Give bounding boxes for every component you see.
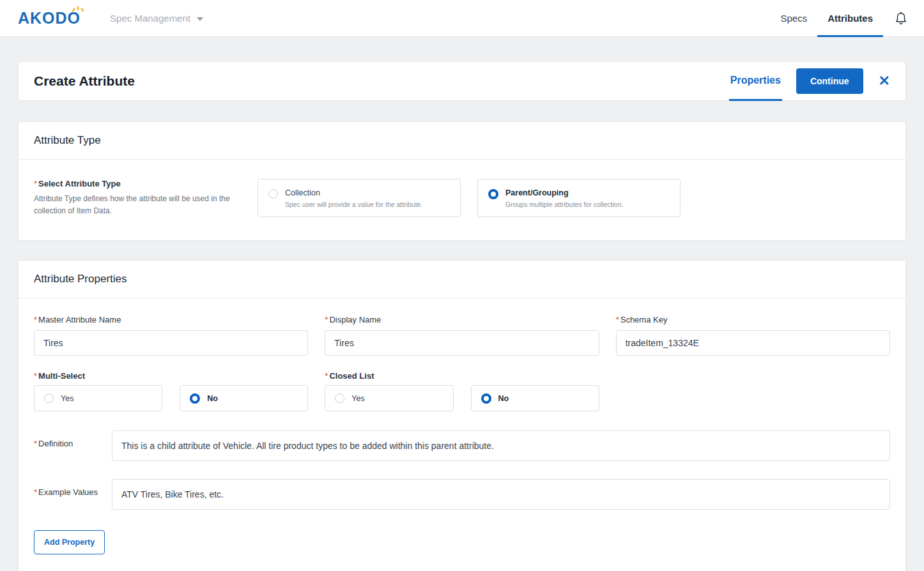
select-attribute-type-label-block: *Select Attribute Type Attribute Type de… [34,179,232,217]
definition-label: *Definition [34,430,112,461]
create-attribute-header: Create Attribute Properties Continue ✕ [18,61,906,101]
option-parent-grouping-description: Groups multiple attributes for collectio… [505,201,623,208]
display-name-label: *Display Name [325,315,599,324]
closed-list-yes-label: Yes [351,394,364,403]
attribute-type-title: Attribute Type [19,122,905,160]
text-fields-row: *Master Attribute Name *Display Name *Sc… [34,315,890,356]
select-attribute-type-description: Attribute Type defines how the attribute… [34,193,232,217]
attribute-properties-section: Attribute Properties *Master Attribute N… [18,260,906,571]
example-values-input[interactable] [112,479,890,510]
notifications-button[interactable] [883,0,907,37]
top-navbar: AKODO Spec Management Specs Attributes [0,0,924,37]
attribute-type-body: *Select Attribute Type Attribute Type de… [19,160,905,240]
add-property-button[interactable]: Add Property [34,530,105,554]
option-parent-grouping[interactable]: Parent/Grouping Groups multiple attribut… [477,179,681,217]
spec-management-dropdown[interactable]: Spec Management [110,13,203,24]
option-collection-label: Collection [285,188,422,197]
multi-select-no-label: No [207,394,218,403]
definition-field: *Definition [34,430,890,461]
multi-select-label: *Multi-Select [34,371,308,381]
schema-key-label: *Schema Key [616,315,890,324]
attribute-properties-body: *Master Attribute Name *Display Name *Sc… [19,298,905,571]
closed-list-no-label: No [498,394,509,403]
tab-properties[interactable]: Properties [729,63,782,101]
multi-select-no[interactable]: No [180,385,308,411]
navbar-links: Specs Attributes [770,0,907,37]
option-collection[interactable]: Collection Spec user will provide a valu… [258,179,461,217]
continue-button[interactable]: Continue [796,68,863,94]
yes-no-row: *Multi-Select Yes No [34,371,890,411]
header-actions: Properties Continue ✕ [729,62,891,100]
master-attribute-name-input[interactable] [34,330,308,356]
closed-list-yes[interactable]: Yes [325,385,453,411]
attribute-type-section: Attribute Type *Select Attribute Type At… [18,121,906,241]
logo-sunburst-icon [71,3,85,12]
nav-link-specs[interactable]: Specs [770,0,817,37]
bell-icon [895,11,907,26]
page-title: Create Attribute [34,73,135,89]
main-content: Create Attribute Properties Continue ✕ A… [0,37,924,571]
spec-management-label: Spec Management [110,13,190,24]
option-parent-grouping-label: Parent/Grouping [505,188,623,197]
multi-select-field: *Multi-Select Yes No [34,371,308,411]
attribute-properties-title: Attribute Properties [19,261,905,298]
master-attribute-name-label: *Master Attribute Name [34,315,308,324]
nav-link-attributes[interactable]: Attributes [817,0,883,37]
radio-unselected-icon[interactable] [268,189,278,199]
radio-selected-icon[interactable] [190,393,200,404]
multi-select-yes-label: Yes [61,394,73,403]
option-collection-description: Spec user will provide a value for the a… [285,201,422,208]
definition-input[interactable] [112,430,890,461]
close-icon[interactable]: ✕ [877,72,891,91]
closed-list-no[interactable]: No [471,385,599,411]
radio-unselected-icon[interactable] [44,393,54,403]
example-values-field: *Example Values [34,479,890,510]
master-attribute-name-field: *Master Attribute Name [34,315,308,356]
select-attribute-type-label: *Select Attribute Type [34,179,232,188]
schema-key-input[interactable] [616,330,890,356]
multi-select-yes[interactable]: Yes [34,385,162,411]
schema-key-field: *Schema Key [616,315,890,356]
radio-selected-icon[interactable] [488,189,498,199]
display-name-input[interactable] [325,330,599,356]
radio-selected-icon[interactable] [481,393,491,404]
closed-list-label: *Closed List [325,371,599,381]
chevron-down-icon [197,17,203,21]
akodo-logo[interactable]: AKODO [18,9,81,27]
example-values-label: *Example Values [34,479,112,510]
required-marker: * [34,179,37,188]
closed-list-field: *Closed List Yes No [325,371,599,411]
radio-unselected-icon[interactable] [335,393,344,403]
display-name-field: *Display Name [325,315,599,356]
